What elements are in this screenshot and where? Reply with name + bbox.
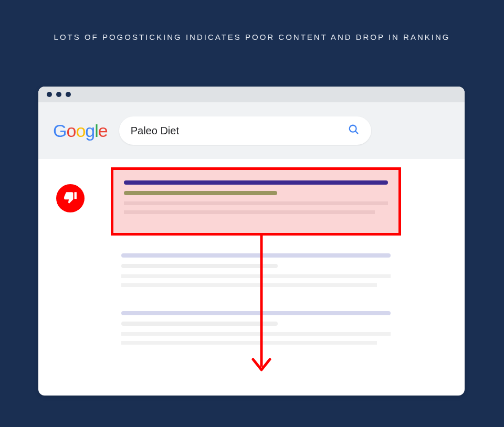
result-title-line: [121, 253, 391, 258]
faded-result: [121, 311, 391, 350]
result-desc-line: [121, 332, 391, 336]
thumbs-down-badge: [56, 184, 85, 212]
logo-letter: o: [66, 121, 76, 141]
logo-letter: o: [76, 121, 85, 141]
highlighted-result: [111, 167, 401, 236]
logo-letter: e: [98, 121, 108, 141]
window-dot-2: [56, 92, 61, 97]
search-icon[interactable]: [348, 124, 360, 137]
search-query-text: Paleo Diet: [131, 125, 179, 137]
page-heading: LOTS OF POGOSTICKING INDICATES POOR CONT…: [0, 0, 504, 41]
result-url-line: [121, 264, 278, 268]
result-url-line: [124, 191, 277, 195]
result-desc-line: [121, 341, 377, 345]
window-dot-3: [66, 92, 71, 97]
thumbs-down-icon: [64, 190, 77, 206]
result-desc-line: [121, 274, 391, 278]
faded-result: [121, 253, 391, 292]
logo-letter: g: [85, 121, 94, 141]
result-desc-line: [124, 201, 388, 205]
result-desc-line: [124, 210, 375, 214]
browser-window: Google Paleo Diet: [38, 87, 465, 396]
result-url-line: [121, 322, 278, 326]
search-header: Google Paleo Diet: [38, 102, 465, 159]
result-title-line: [121, 311, 391, 315]
window-dot-1: [47, 92, 52, 97]
browser-titlebar: [38, 87, 465, 102]
google-logo: Google: [53, 121, 108, 141]
result-desc-line: [121, 283, 377, 287]
search-results-area: [38, 159, 465, 174]
logo-letter: G: [53, 121, 66, 141]
svg-line-1: [355, 131, 358, 134]
search-input[interactable]: Paleo Diet: [119, 116, 371, 145]
result-title-line: [124, 180, 388, 185]
